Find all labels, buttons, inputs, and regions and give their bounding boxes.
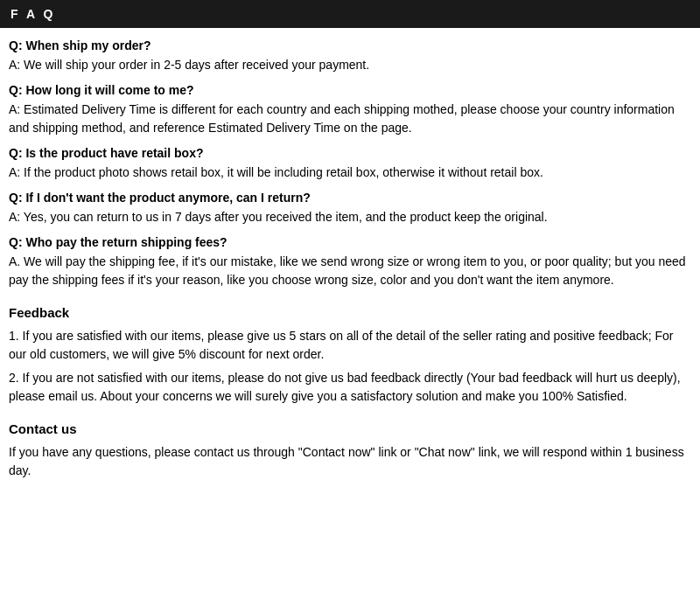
feedback-section: Feedback 1. If you are satisfied with ou…	[9, 305, 691, 406]
faq-answer-3: A: Yes, you can return to us in 7 days a…	[9, 208, 691, 226]
feedback-item-1: 2. If you are not satisfied with our ite…	[9, 369, 691, 406]
faq-question-3: Q: If I don't want the product anymore, …	[9, 191, 691, 205]
contact-section: Contact us If you have any questions, pl…	[9, 421, 691, 480]
faq-header-title: F A Q	[10, 7, 55, 21]
faq-question-4: Q: Who pay the return shipping fees?	[9, 235, 691, 249]
faq-question-2: Q: Is the product have retail box?	[9, 146, 691, 160]
main-content: Q: When ship my order?A: We will ship yo…	[0, 38, 700, 480]
contact-title: Contact us	[9, 421, 691, 436]
faq-question-1: Q: How long it will come to me?	[9, 83, 691, 97]
faq-question-0: Q: When ship my order?	[9, 38, 691, 52]
faq-answer-0: A: We will ship your order in 2-5 days a…	[9, 56, 691, 74]
faq-header: F A Q	[0, 0, 700, 28]
feedback-item-0: 1. If you are satisfied with our items, …	[9, 327, 691, 364]
faq-answer-4: A. We will pay the shipping fee, if it's…	[9, 253, 691, 289]
feedback-title: Feedback	[9, 305, 691, 320]
faq-section: Q: When ship my order?A: We will ship yo…	[9, 38, 691, 289]
contact-text: If you have any questions, please contac…	[9, 443, 691, 480]
faq-answer-1: A: Estimated Delivery Time is different …	[9, 101, 691, 137]
faq-answer-2: A: If the product photo shows retail box…	[9, 163, 691, 182]
